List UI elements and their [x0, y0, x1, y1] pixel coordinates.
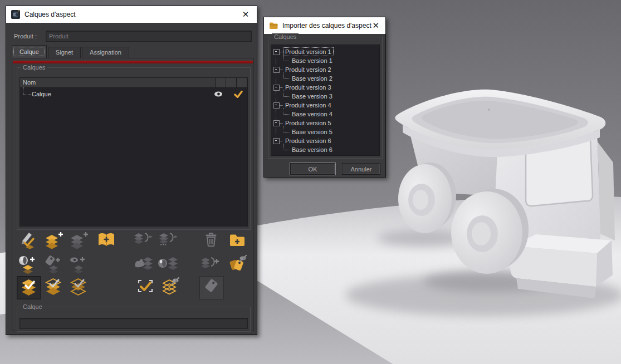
collapse-expander-icon[interactable] — [273, 85, 280, 91]
layer-name-input[interactable] — [19, 318, 248, 329]
checked-icon[interactable] — [233, 90, 244, 98]
add-visibility-layer-icon — [67, 254, 90, 276]
new-layer-folder-button[interactable] — [226, 230, 249, 252]
layer-name: Calque — [32, 91, 51, 97]
tree-item-label: Produit version 6 — [283, 137, 333, 145]
show-checked-layers-icon — [42, 276, 65, 298]
tree-item-label: Produit version 5 — [283, 119, 333, 127]
add-visibility-layer-button[interactable] — [67, 254, 90, 276]
tree-item-label: Base version 6 — [290, 146, 334, 154]
add-material-layer-icon — [17, 254, 40, 276]
tag-filter-button[interactable] — [199, 276, 224, 299]
tab-signet[interactable]: Signet — [48, 47, 81, 58]
column-header-blank-1[interactable] — [216, 78, 226, 87]
collapse-expander-icon[interactable] — [273, 120, 280, 126]
tree-item-label: Base version 1 — [290, 57, 334, 65]
tree-item-base[interactable]: Base version 3 — [271, 92, 379, 101]
add-tag-layer-icon — [42, 254, 65, 276]
import-groupbox: Calques Produit version 1Base version 1P… — [268, 37, 383, 159]
add-child-layer-button[interactable] — [67, 230, 90, 252]
add-layer-to-book-button[interactable] — [95, 230, 118, 252]
layer-name-groupbox: Calque — [17, 307, 251, 332]
dialog-titlebar[interactable]: Calques d'aspect ✕ — [6, 6, 257, 23]
import-folder-icon — [269, 22, 278, 29]
cancel-button[interactable]: Annuler — [342, 163, 380, 175]
collapse-expander-icon[interactable] — [273, 138, 280, 144]
tree-item-base[interactable]: Base version 4 — [271, 110, 379, 119]
tree-item-label: Base version 4 — [290, 110, 334, 118]
app-layers-icon — [11, 10, 20, 19]
add-layer-to-book-icon — [95, 230, 118, 252]
tree-item-label: Produit version 2 — [283, 66, 333, 73]
collapse-expander-icon[interactable] — [273, 102, 280, 109]
merge-layer-down-button[interactable] — [131, 230, 154, 252]
paint-on-layers-icon — [131, 254, 154, 276]
dialog-title: Importer des calques d'aspect — [282, 22, 371, 29]
dialog-title: Calques d'aspect — [25, 11, 76, 18]
hide-checked-layers-button[interactable] — [159, 276, 182, 298]
tab-panel: Calques Nom Calque — [12, 58, 254, 331]
tab-assignation[interactable]: Assignation — [82, 47, 129, 58]
tab-calque[interactable]: Calque — [12, 45, 47, 58]
import-group-label: Calques — [272, 33, 299, 40]
material-on-layers-icon — [157, 254, 179, 276]
add-tag-layer-button[interactable] — [42, 254, 65, 276]
add-child-layer-icon — [67, 230, 90, 252]
tree-item-base[interactable]: Base version 6 — [271, 145, 379, 154]
tree-item-label: Base version 2 — [290, 75, 334, 82]
edit-layer-button[interactable] — [17, 230, 40, 252]
tag-filter-icon — [201, 277, 223, 299]
produit-label: Produit : — [14, 33, 37, 40]
hide-tags-button[interactable] — [226, 254, 249, 276]
hide-checked-layers-icon — [159, 276, 182, 298]
validate-selection-icon — [134, 276, 157, 298]
show-all-layers-icon — [18, 277, 40, 299]
layer-row[interactable]: Calque — [20, 88, 247, 100]
dialog-body: Calques Produit version 1Base version 1P… — [264, 34, 385, 177]
layers-table: Nom Calque — [19, 77, 248, 227]
paint-on-layers-button[interactable] — [131, 254, 154, 276]
button-row: OK Annuler — [264, 163, 385, 175]
edit-layer-icon — [17, 230, 40, 252]
column-header-blank-2[interactable] — [226, 78, 237, 87]
layers-group-label: Calques — [21, 64, 47, 71]
flatten-layers-icon — [198, 254, 221, 276]
close-icon[interactable]: ✕ — [239, 7, 252, 22]
delete-layer-button[interactable] — [199, 230, 223, 252]
show-all-layers-button[interactable] — [17, 276, 41, 299]
tab-strip: CalqueSignetAssignation — [12, 46, 130, 58]
layers-groupbox: Calques Nom Calque — [17, 67, 251, 230]
collapse-expander-icon[interactable] — [273, 49, 280, 55]
flatten-layers-button[interactable] — [198, 254, 221, 276]
show-partial-layers-button[interactable] — [67, 276, 90, 298]
tree-item-label: Produit version 1 — [283, 48, 333, 56]
visible-eye-icon[interactable] — [213, 91, 224, 97]
validate-selection-button[interactable] — [134, 276, 157, 298]
produit-input[interactable] — [46, 31, 252, 42]
table-body: Calque — [20, 88, 247, 100]
tree-item-base[interactable]: Base version 1 — [271, 56, 379, 65]
column-header-blank-3[interactable] — [237, 78, 247, 87]
tree-item-base[interactable]: Base version 5 — [271, 127, 379, 136]
tree-item-label: Base version 3 — [290, 92, 334, 100]
add-layer-icon — [42, 230, 65, 252]
column-name-header[interactable]: Nom — [20, 78, 216, 87]
tree-item-label: Base version 5 — [290, 128, 334, 136]
merge-layers-button[interactable] — [156, 230, 179, 252]
dialog-calques-aspect: Calques d'aspect ✕ Produit : CalqueSigne… — [6, 6, 257, 335]
dialog-body: Produit : CalqueSignetAssignation Calque… — [6, 23, 257, 335]
add-material-layer-button[interactable] — [17, 254, 40, 276]
dialog-titlebar[interactable]: Importer des calques d'aspect ✕ — [264, 17, 385, 34]
tree-item-label: Produit version 3 — [283, 83, 333, 91]
new-layer-folder-icon — [226, 230, 248, 252]
ok-button[interactable]: OK — [290, 163, 335, 175]
show-partial-layers-icon — [67, 276, 90, 298]
show-checked-layers-button[interactable] — [42, 276, 65, 298]
tree-item-base[interactable]: Base version 2 — [271, 74, 379, 83]
tree-item-label: Produit version 4 — [283, 101, 333, 109]
dialog-import-calques: Importer des calques d'aspect ✕ Calques … — [263, 17, 386, 178]
add-layer-button[interactable] — [42, 230, 65, 252]
material-on-layers-button[interactable] — [156, 254, 179, 276]
close-icon[interactable]: ✕ — [371, 18, 380, 33]
collapse-expander-icon[interactable] — [273, 67, 280, 73]
